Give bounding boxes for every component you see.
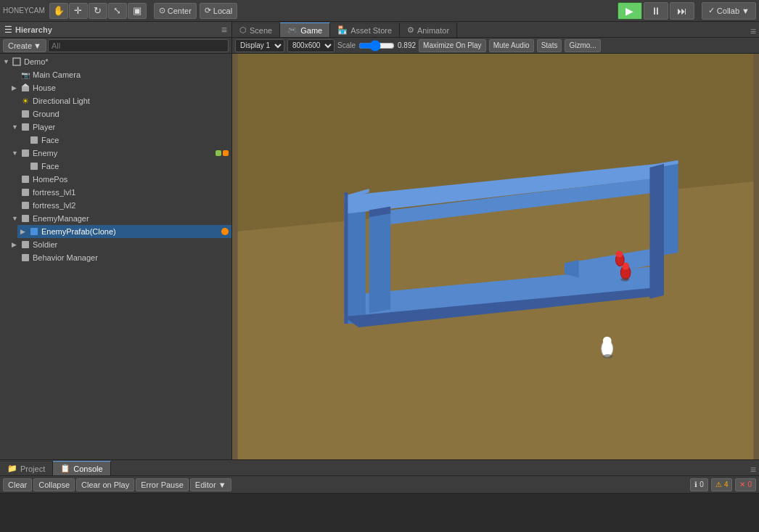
maximize-on-play-button[interactable]: Maximize On Play xyxy=(419,39,486,52)
svg-point-33 xyxy=(603,337,612,345)
info-badge[interactable]: ℹ 0 xyxy=(690,478,708,491)
pivot-group: ⊙ Center ⟳ Local xyxy=(154,3,237,19)
soldier-item[interactable]: ▶ Soldier xyxy=(9,238,231,251)
info-count: 0 xyxy=(699,480,704,488)
fortress-lvl2-item[interactable]: fortress_lvl2 xyxy=(9,199,231,212)
hierarchy-menu-icon[interactable]: ≡ xyxy=(221,24,227,36)
warn-icon: ⚠ xyxy=(715,480,722,488)
homepos-label: HomePos xyxy=(33,175,67,184)
gizmos-button[interactable]: Gizmo... xyxy=(565,39,600,52)
player-label: Player xyxy=(33,123,55,131)
svg-marker-29 xyxy=(344,192,348,324)
fortress-lvl1-item[interactable]: fortress_lvl1 xyxy=(9,186,231,199)
behavior-manager-item[interactable]: Behavior Manager xyxy=(9,251,231,264)
rotate-tool-button[interactable]: ↻ xyxy=(89,3,107,19)
enemy-prefab-clone-item[interactable]: ▶ EnemyPrafab(Clone) xyxy=(17,225,231,238)
collapse-button[interactable]: Collapse xyxy=(33,478,75,491)
info-icon: ℹ xyxy=(694,480,697,488)
enemy-face-label: Face xyxy=(41,162,59,171)
scene-tab-icon: ⬡ xyxy=(239,25,247,35)
play-controls: ▶ ⏸ ⏭ xyxy=(618,2,694,20)
enemy-manager-item[interactable]: ▼ EnemyManager xyxy=(9,212,231,225)
play-button[interactable]: ▶ xyxy=(618,2,642,20)
tab-console[interactable]: 📋 Console xyxy=(53,461,110,475)
clear-button[interactable]: Clear xyxy=(3,478,32,491)
display-select[interactable]: Display 1 xyxy=(235,39,284,52)
bottom-tabs-bar: 📁 Project 📋 Console ≡ xyxy=(0,460,759,476)
game-scene-svg xyxy=(232,54,759,459)
player-face-item[interactable]: Face xyxy=(17,134,231,147)
editor-dropdown-button[interactable]: Editor ▼ xyxy=(190,478,231,491)
prefab-clone-label: EnemyPrafab(Clone) xyxy=(41,227,116,236)
collab-label: Collab ▼ xyxy=(717,7,750,15)
clear-on-play-button[interactable]: Clear on Play xyxy=(76,478,134,491)
mute-audio-button[interactable]: Mute Audio xyxy=(489,39,534,52)
behavior-manager-icon xyxy=(20,253,30,263)
tab-game[interactable]: 🎮 Game xyxy=(280,22,330,37)
stats-button[interactable]: Stats xyxy=(537,39,562,52)
create-label: Create xyxy=(8,41,32,50)
prefab-expand-icon: ▶ xyxy=(20,228,29,235)
main-layout: ☰ Hierarchy ≡ Create ▼ ▼ Demo* 📷 xyxy=(0,22,759,459)
tab-asset-store[interactable]: 🏪 Asset Store xyxy=(330,22,400,37)
fortress-lvl1-label: fortress_lvl1 xyxy=(33,188,75,197)
resolution-select[interactable]: 800x600 xyxy=(287,39,335,52)
step-button[interactable]: ⏭ xyxy=(670,2,694,20)
player-item[interactable]: ▼ Player xyxy=(9,120,231,134)
soldier-expand-icon: ▶ xyxy=(12,241,20,248)
tabs-menu-icon[interactable]: ≡ xyxy=(747,25,759,37)
svg-point-34 xyxy=(603,354,613,359)
warning-badge[interactable]: ⚠ 4 xyxy=(711,478,733,491)
error-badge[interactable]: ✕ 0 xyxy=(735,478,756,491)
pause-button[interactable]: ⏸ xyxy=(644,2,668,20)
collab-button[interactable]: ✓ Collab ▼ xyxy=(702,2,756,20)
pivot-icon: ⊙ xyxy=(159,6,165,15)
move-tool-button[interactable]: ✛ xyxy=(69,3,88,19)
ground-icon xyxy=(20,109,30,119)
behavior-manager-label: Behavior Manager xyxy=(33,253,98,262)
homepos-item[interactable]: HomePos xyxy=(9,173,231,186)
svg-marker-23 xyxy=(369,210,390,313)
animator-tab-icon: ⚙ xyxy=(407,25,414,35)
svg-marker-30 xyxy=(649,164,664,299)
error-count: 0 xyxy=(747,480,752,488)
tab-animator[interactable]: ⚙ Animator xyxy=(400,22,457,37)
pivot-local-button[interactable]: ⟳ Local xyxy=(200,3,237,19)
svg-point-39 xyxy=(615,251,623,258)
pivot-center-button[interactable]: ⊙ Center xyxy=(154,3,197,19)
main-tabs-bar: ⬡ Scene 🎮 Game 🏪 Asset Store ⚙ Animator … xyxy=(232,22,759,38)
scene-root-item[interactable]: ▼ Demo* xyxy=(0,55,231,68)
game-view xyxy=(232,54,759,459)
scale-value: 0.892 xyxy=(398,41,416,49)
error-pause-button[interactable]: Error Pause xyxy=(136,478,189,491)
console-content: Clear Collapse Clear on Play Error Pause… xyxy=(0,476,759,532)
house-item[interactable]: ▶ House xyxy=(9,81,231,94)
scene-icon xyxy=(12,57,22,67)
error-icon: ✕ xyxy=(739,480,745,488)
tab-scene[interactable]: ⬡ Scene xyxy=(232,22,280,37)
scale-tool-button[interactable]: ⤡ xyxy=(108,3,127,19)
game-toolbar: Display 1 800x600 Scale 0.892 Maximize O… xyxy=(232,38,759,54)
enemy-face-item[interactable]: Face xyxy=(17,160,231,173)
create-button[interactable]: Create ▼ xyxy=(3,39,46,52)
hand-tool-button[interactable]: ✋ xyxy=(49,3,68,19)
editor-arrow-icon: ▼ xyxy=(218,480,226,489)
local-icon: ⟳ xyxy=(205,6,211,15)
console-badges: ℹ 0 ⚠ 4 ✕ 0 xyxy=(690,478,756,491)
hierarchy-search-input[interactable] xyxy=(48,39,229,52)
enemy-dot-orange xyxy=(223,150,229,156)
svg-marker-2 xyxy=(22,83,29,86)
svg-rect-7 xyxy=(30,163,38,170)
directional-light-item[interactable]: ☀ Directional Light xyxy=(9,94,231,107)
enemy-icon xyxy=(20,148,30,158)
pivot-center-label: Center xyxy=(168,7,192,15)
rect-tool-button[interactable]: ▣ xyxy=(128,3,147,19)
main-camera-item[interactable]: 📷 Main Camera xyxy=(9,68,231,81)
player-expand-icon: ▼ xyxy=(12,123,20,131)
bottom-tabs-menu-icon[interactable]: ≡ xyxy=(747,464,759,475)
scale-slider[interactable] xyxy=(358,40,395,52)
tab-project[interactable]: 📁 Project xyxy=(0,461,53,475)
ground-item[interactable]: Ground xyxy=(9,107,231,120)
enemy-item[interactable]: ▼ Enemy xyxy=(9,147,231,160)
main-camera-label: Main Camera xyxy=(33,70,81,79)
